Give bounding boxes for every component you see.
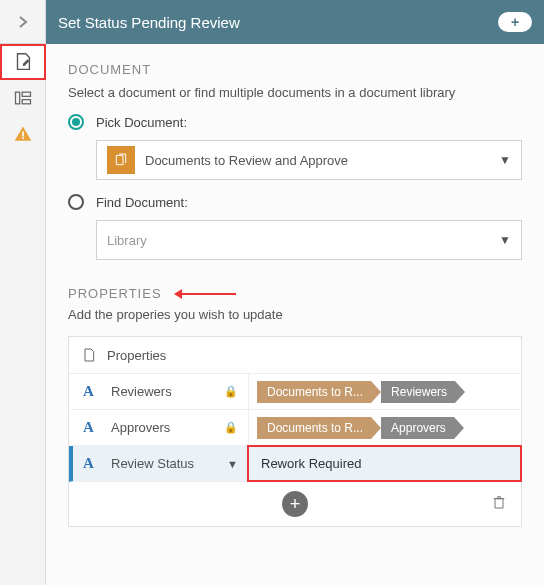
property-key-label: Approvers xyxy=(111,420,170,435)
document-collection-icon xyxy=(107,146,135,174)
svg-rect-2 xyxy=(22,100,30,104)
tag-chain: Documents to R... Reviewers xyxy=(257,381,465,403)
properties-section: PROPERTIES Add the properies you wish to… xyxy=(68,286,522,527)
text-type-icon: A xyxy=(83,455,101,472)
text-type-icon: A xyxy=(83,383,101,400)
document-section-sub: Select a document or find multiple docum… xyxy=(68,85,522,100)
pick-document-label: Pick Document: xyxy=(96,115,187,130)
property-value[interactable]: Documents to R... Reviewers xyxy=(248,374,521,409)
find-document-label: Find Document: xyxy=(96,195,188,210)
panel-title: Set Status Pending Review xyxy=(58,14,240,31)
panel-header: Set Status Pending Review + xyxy=(46,0,544,44)
properties-table: Properties A Reviewers 🔒 Documents to R.… xyxy=(68,336,522,527)
properties-table-header: Properties xyxy=(69,337,521,374)
radio-unchecked-icon xyxy=(68,194,84,210)
property-key: A Review Status ▼ xyxy=(73,455,248,472)
tag: Documents to R... xyxy=(257,417,371,439)
property-value[interactable]: Documents to R... Approvers xyxy=(248,410,521,445)
left-rail xyxy=(0,0,46,585)
properties-header-label: Properties xyxy=(107,348,166,363)
annotation-arrow xyxy=(174,289,236,299)
tag: Approvers xyxy=(381,417,454,439)
property-row[interactable]: A Reviewers 🔒 Documents to R... Reviewer… xyxy=(69,374,521,410)
tag: Reviewers xyxy=(381,381,455,403)
svg-rect-1 xyxy=(22,92,30,96)
chevron-down-icon: ▼ xyxy=(499,233,511,247)
add-property-button[interactable]: + xyxy=(282,491,308,517)
page-icon xyxy=(81,347,97,363)
svg-rect-3 xyxy=(22,132,24,137)
property-row[interactable]: A Approvers 🔒 Documents to R... Approver… xyxy=(69,410,521,446)
text-type-icon: A xyxy=(83,419,101,436)
chevron-down-icon: ▼ xyxy=(499,153,511,167)
svg-rect-4 xyxy=(22,137,24,139)
property-value-input-wrap xyxy=(248,446,521,481)
panel-body: DOCUMENT Select a document or find multi… xyxy=(46,44,544,585)
properties-section-title: PROPERTIES xyxy=(68,286,162,301)
tag-chain: Documents to R... Approvers xyxy=(257,417,464,439)
svg-rect-0 xyxy=(15,92,19,104)
document-edit-icon[interactable] xyxy=(0,44,46,80)
property-value-input[interactable] xyxy=(257,446,513,481)
layout-icon[interactable] xyxy=(0,80,46,116)
main-panel: Set Status Pending Review + DOCUMENT Sel… xyxy=(46,0,544,585)
property-key-label: Reviewers xyxy=(111,384,172,399)
property-key-label: Review Status xyxy=(111,456,194,471)
radio-checked-icon xyxy=(68,114,84,130)
lock-icon: 🔒 xyxy=(224,385,238,398)
warning-icon[interactable] xyxy=(0,116,46,152)
tag: Documents to R... xyxy=(257,381,371,403)
document-section-title: DOCUMENT xyxy=(68,62,522,77)
lock-icon: 🔒 xyxy=(224,421,238,434)
find-document-radio[interactable]: Find Document: xyxy=(68,194,522,210)
pick-document-radio[interactable]: Pick Document: xyxy=(68,114,522,130)
chevron-down-icon[interactable]: ▼ xyxy=(227,458,238,470)
property-key: A Approvers 🔒 xyxy=(73,419,248,436)
pick-document-value: Documents to Review and Approve xyxy=(145,153,499,168)
find-document-value: Library xyxy=(107,233,499,248)
property-key: A Reviewers 🔒 xyxy=(73,383,248,400)
delete-property-button[interactable] xyxy=(491,493,507,516)
add-badge-button[interactable]: + xyxy=(498,12,532,32)
properties-footer: + xyxy=(69,482,521,526)
find-document-dropdown[interactable]: Library ▼ xyxy=(96,220,522,260)
properties-section-sub: Add the properies you wish to update xyxy=(68,307,522,322)
property-row-selected[interactable]: A Review Status ▼ xyxy=(69,446,521,482)
pick-document-dropdown[interactable]: Documents to Review and Approve ▼ xyxy=(96,140,522,180)
collapse-button[interactable] xyxy=(0,0,46,44)
